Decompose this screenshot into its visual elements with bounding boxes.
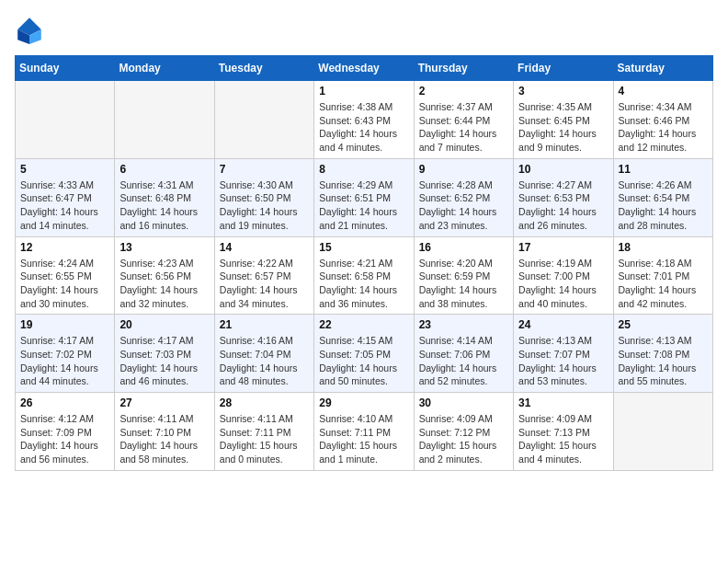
logo <box>15 15 48 44</box>
day-info: Sunrise: 4:24 AMSunset: 6:55 PMDaylight:… <box>20 257 109 311</box>
day-number: 3 <box>518 85 608 98</box>
logo-icon <box>15 15 44 44</box>
day-number: 7 <box>220 163 309 176</box>
day-number: 25 <box>619 318 708 331</box>
calendar-cell: 30Sunrise: 4:09 AMSunset: 7:12 PMDayligh… <box>414 393 513 471</box>
day-header-sunday: Sunday <box>16 56 115 81</box>
calendar-cell <box>214 81 313 159</box>
day-number: 15 <box>319 241 408 254</box>
calendar-cell: 19Sunrise: 4:17 AMSunset: 7:02 PMDayligh… <box>16 315 115 393</box>
day-number: 8 <box>319 163 408 176</box>
calendar-cell: 8Sunrise: 4:29 AMSunset: 6:51 PMDaylight… <box>314 158 414 236</box>
day-info: Sunrise: 4:19 AMSunset: 7:00 PMDaylight:… <box>518 257 608 311</box>
day-info: Sunrise: 4:22 AMSunset: 6:57 PMDaylight:… <box>220 257 309 311</box>
day-number: 30 <box>419 396 508 409</box>
day-number: 24 <box>518 318 608 331</box>
day-number: 2 <box>419 85 508 98</box>
day-number: 20 <box>119 318 209 331</box>
day-info: Sunrise: 4:13 AMSunset: 7:07 PMDaylight:… <box>518 334 608 388</box>
day-number: 4 <box>619 85 708 98</box>
calendar-cell <box>16 81 115 159</box>
calendar-cell: 22Sunrise: 4:15 AMSunset: 7:05 PMDayligh… <box>314 315 414 393</box>
calendar-week-row: 1Sunrise: 4:38 AMSunset: 6:43 PMDaylight… <box>16 81 713 159</box>
day-info: Sunrise: 4:23 AMSunset: 6:56 PMDaylight:… <box>119 257 209 311</box>
calendar-cell: 29Sunrise: 4:10 AMSunset: 7:11 PMDayligh… <box>314 393 414 471</box>
day-info: Sunrise: 4:29 AMSunset: 6:51 PMDaylight:… <box>319 178 408 233</box>
day-info: Sunrise: 4:16 AMSunset: 7:04 PMDaylight:… <box>220 334 309 388</box>
day-info: Sunrise: 4:11 AMSunset: 7:11 PMDaylight:… <box>220 412 309 466</box>
day-number: 11 <box>619 163 708 176</box>
calendar-cell: 7Sunrise: 4:30 AMSunset: 6:50 PMDaylight… <box>214 158 313 236</box>
day-number: 28 <box>220 396 309 409</box>
calendar-cell: 4Sunrise: 4:34 AMSunset: 6:46 PMDaylight… <box>613 81 712 159</box>
day-info: Sunrise: 4:38 AMSunset: 6:43 PMDaylight:… <box>319 100 408 155</box>
day-info: Sunrise: 4:28 AMSunset: 6:52 PMDaylight:… <box>419 178 508 233</box>
day-header-tuesday: Tuesday <box>214 56 313 81</box>
calendar-cell <box>115 81 214 159</box>
day-info: Sunrise: 4:37 AMSunset: 6:44 PMDaylight:… <box>419 100 508 155</box>
calendar-cell: 20Sunrise: 4:17 AMSunset: 7:03 PMDayligh… <box>115 315 214 393</box>
calendar-cell: 23Sunrise: 4:14 AMSunset: 7:06 PMDayligh… <box>414 315 513 393</box>
day-header-friday: Friday <box>514 56 613 81</box>
day-info: Sunrise: 4:31 AMSunset: 6:48 PMDaylight:… <box>119 178 209 233</box>
day-number: 26 <box>20 396 109 409</box>
day-info: Sunrise: 4:17 AMSunset: 7:02 PMDaylight:… <box>20 334 109 388</box>
calendar-cell: 25Sunrise: 4:13 AMSunset: 7:08 PMDayligh… <box>613 315 712 393</box>
calendar-week-row: 19Sunrise: 4:17 AMSunset: 7:02 PMDayligh… <box>16 315 713 393</box>
calendar-cell: 5Sunrise: 4:33 AMSunset: 6:47 PMDaylight… <box>16 158 115 236</box>
day-info: Sunrise: 4:18 AMSunset: 7:01 PMDaylight:… <box>619 257 708 311</box>
day-info: Sunrise: 4:11 AMSunset: 7:10 PMDaylight:… <box>119 412 209 466</box>
day-number: 12 <box>20 241 109 254</box>
day-info: Sunrise: 4:09 AMSunset: 7:13 PMDaylight:… <box>518 412 608 466</box>
calendar-header-row: SundayMondayTuesdayWednesdayThursdayFrid… <box>16 56 713 81</box>
day-header-saturday: Saturday <box>613 56 712 81</box>
day-number: 22 <box>319 318 408 331</box>
day-info: Sunrise: 4:17 AMSunset: 7:03 PMDaylight:… <box>119 334 209 388</box>
day-header-thursday: Thursday <box>414 56 513 81</box>
calendar-week-row: 5Sunrise: 4:33 AMSunset: 6:47 PMDaylight… <box>16 158 713 236</box>
day-info: Sunrise: 4:33 AMSunset: 6:47 PMDaylight:… <box>20 178 109 233</box>
day-info: Sunrise: 4:35 AMSunset: 6:45 PMDaylight:… <box>518 100 608 155</box>
calendar-cell: 18Sunrise: 4:18 AMSunset: 7:01 PMDayligh… <box>613 236 712 315</box>
day-number: 5 <box>20 163 109 176</box>
day-number: 6 <box>119 163 209 176</box>
day-number: 10 <box>518 163 608 176</box>
day-info: Sunrise: 4:34 AMSunset: 6:46 PMDaylight:… <box>619 100 708 155</box>
calendar-cell: 10Sunrise: 4:27 AMSunset: 6:53 PMDayligh… <box>514 158 613 236</box>
day-number: 19 <box>20 318 109 331</box>
day-info: Sunrise: 4:21 AMSunset: 6:58 PMDaylight:… <box>319 257 408 311</box>
day-info: Sunrise: 4:30 AMSunset: 6:50 PMDaylight:… <box>220 178 309 233</box>
calendar-cell: 3Sunrise: 4:35 AMSunset: 6:45 PMDaylight… <box>514 81 613 159</box>
day-info: Sunrise: 4:15 AMSunset: 7:05 PMDaylight:… <box>319 334 408 388</box>
day-info: Sunrise: 4:27 AMSunset: 6:53 PMDaylight:… <box>518 178 608 233</box>
calendar-cell: 21Sunrise: 4:16 AMSunset: 7:04 PMDayligh… <box>214 315 313 393</box>
day-header-wednesday: Wednesday <box>314 56 414 81</box>
calendar-cell: 2Sunrise: 4:37 AMSunset: 6:44 PMDaylight… <box>414 81 513 159</box>
calendar-cell: 17Sunrise: 4:19 AMSunset: 7:00 PMDayligh… <box>514 236 613 315</box>
calendar-cell: 9Sunrise: 4:28 AMSunset: 6:52 PMDaylight… <box>414 158 513 236</box>
calendar-cell <box>613 393 712 471</box>
calendar-week-row: 26Sunrise: 4:12 AMSunset: 7:09 PMDayligh… <box>16 393 713 471</box>
day-number: 23 <box>419 318 508 331</box>
day-info: Sunrise: 4:12 AMSunset: 7:09 PMDaylight:… <box>20 412 109 466</box>
day-header-monday: Monday <box>115 56 214 81</box>
day-number: 1 <box>319 85 408 98</box>
calendar-cell: 15Sunrise: 4:21 AMSunset: 6:58 PMDayligh… <box>314 236 414 315</box>
calendar-cell: 13Sunrise: 4:23 AMSunset: 6:56 PMDayligh… <box>115 236 214 315</box>
day-info: Sunrise: 4:26 AMSunset: 6:54 PMDaylight:… <box>619 178 708 233</box>
day-info: Sunrise: 4:13 AMSunset: 7:08 PMDaylight:… <box>619 334 708 388</box>
calendar-cell: 14Sunrise: 4:22 AMSunset: 6:57 PMDayligh… <box>214 236 313 315</box>
day-number: 13 <box>119 241 209 254</box>
calendar-week-row: 12Sunrise: 4:24 AMSunset: 6:55 PMDayligh… <box>16 236 713 315</box>
day-number: 9 <box>419 163 508 176</box>
day-number: 14 <box>220 241 309 254</box>
day-number: 18 <box>619 241 708 254</box>
page-header <box>15 15 713 44</box>
calendar-cell: 16Sunrise: 4:20 AMSunset: 6:59 PMDayligh… <box>414 236 513 315</box>
day-number: 27 <box>119 396 209 409</box>
calendar-cell: 6Sunrise: 4:31 AMSunset: 6:48 PMDaylight… <box>115 158 214 236</box>
day-number: 16 <box>419 241 508 254</box>
calendar-cell: 12Sunrise: 4:24 AMSunset: 6:55 PMDayligh… <box>16 236 115 315</box>
calendar-cell: 26Sunrise: 4:12 AMSunset: 7:09 PMDayligh… <box>16 393 115 471</box>
day-info: Sunrise: 4:09 AMSunset: 7:12 PMDaylight:… <box>419 412 508 466</box>
